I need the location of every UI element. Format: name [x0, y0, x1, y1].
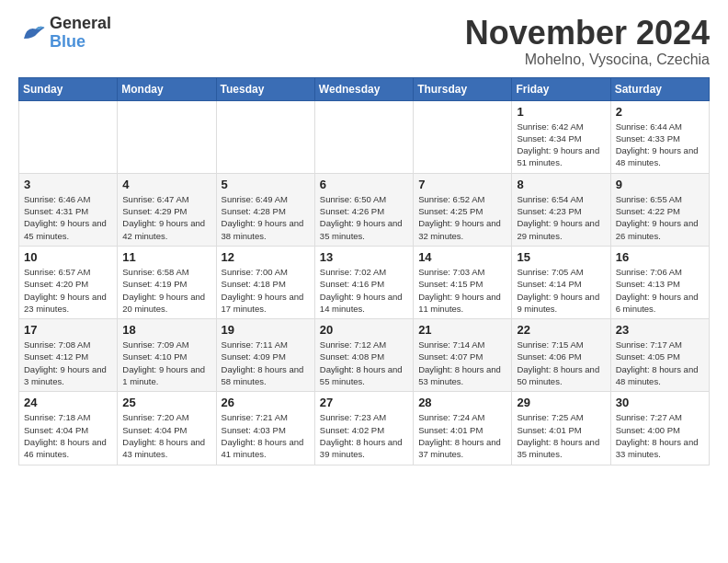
- table-row: 12Sunrise: 7:00 AM Sunset: 4:18 PM Dayli…: [216, 246, 314, 318]
- day-number: 23: [616, 323, 704, 337]
- day-number: 26: [222, 396, 310, 409]
- day-number: 9: [616, 178, 704, 191]
- col-thursday: Thursday: [414, 77, 512, 100]
- day-number: 22: [517, 323, 605, 337]
- day-info: Sunrise: 6:52 AM Sunset: 4:25 PM Dayligh…: [418, 193, 506, 242]
- day-info: Sunrise: 6:55 AM Sunset: 4:22 PM Dayligh…: [616, 193, 704, 242]
- month-title: November 2024: [465, 15, 710, 52]
- col-wednesday: Wednesday: [314, 77, 413, 100]
- day-number: 15: [517, 250, 605, 264]
- location: Mohelno, Vysocina, Czechia: [465, 52, 710, 68]
- table-row: 4Sunrise: 6:47 AM Sunset: 4:29 PM Daylig…: [118, 173, 216, 246]
- day-number: 7: [418, 178, 506, 191]
- day-number: 25: [122, 396, 210, 409]
- day-info: Sunrise: 7:02 AM Sunset: 4:16 PM Dayligh…: [320, 266, 408, 315]
- table-row: 17Sunrise: 7:08 AM Sunset: 4:12 PM Dayli…: [19, 319, 118, 392]
- logo-bird-icon: [18, 19, 46, 47]
- table-row: 11Sunrise: 6:58 AM Sunset: 4:19 PM Dayli…: [118, 246, 216, 318]
- col-saturday: Saturday: [610, 77, 709, 100]
- calendar-week-row: 24Sunrise: 7:18 AM Sunset: 4:04 PM Dayli…: [19, 392, 710, 465]
- calendar-week-row: 17Sunrise: 7:08 AM Sunset: 4:12 PM Dayli…: [19, 319, 710, 392]
- col-monday: Monday: [118, 77, 216, 100]
- table-row: [414, 100, 512, 173]
- table-row: 9Sunrise: 6:55 AM Sunset: 4:22 PM Daylig…: [610, 173, 709, 246]
- table-row: 16Sunrise: 7:06 AM Sunset: 4:13 PM Dayli…: [610, 246, 709, 318]
- table-row: 10Sunrise: 6:57 AM Sunset: 4:20 PM Dayli…: [19, 246, 118, 318]
- day-info: Sunrise: 7:11 AM Sunset: 4:09 PM Dayligh…: [222, 339, 310, 387]
- day-info: Sunrise: 6:47 AM Sunset: 4:29 PM Dayligh…: [122, 193, 210, 242]
- day-info: Sunrise: 7:18 AM Sunset: 4:04 PM Dayligh…: [24, 411, 112, 460]
- table-row: 1Sunrise: 6:42 AM Sunset: 4:34 PM Daylig…: [512, 100, 610, 173]
- table-row: 15Sunrise: 7:05 AM Sunset: 4:14 PM Dayli…: [512, 246, 610, 318]
- table-row: [216, 100, 314, 173]
- day-info: Sunrise: 7:12 AM Sunset: 4:08 PM Dayligh…: [320, 339, 408, 387]
- day-number: 17: [24, 323, 112, 337]
- table-row: 25Sunrise: 7:20 AM Sunset: 4:04 PM Dayli…: [118, 392, 216, 465]
- day-number: 20: [320, 323, 408, 337]
- day-info: Sunrise: 7:24 AM Sunset: 4:01 PM Dayligh…: [418, 411, 506, 460]
- day-info: Sunrise: 6:57 AM Sunset: 4:20 PM Dayligh…: [24, 266, 112, 315]
- calendar-week-row: 1Sunrise: 6:42 AM Sunset: 4:34 PM Daylig…: [19, 100, 710, 173]
- calendar-week-row: 10Sunrise: 6:57 AM Sunset: 4:20 PM Dayli…: [19, 246, 710, 318]
- logo-text: General Blue: [50, 15, 111, 52]
- day-info: Sunrise: 7:15 AM Sunset: 4:06 PM Dayligh…: [517, 339, 605, 387]
- table-row: 18Sunrise: 7:09 AM Sunset: 4:10 PM Dayli…: [118, 319, 216, 392]
- day-number: 6: [320, 178, 408, 191]
- table-row: 2Sunrise: 6:44 AM Sunset: 4:33 PM Daylig…: [610, 100, 709, 173]
- page: General Blue November 2024 Mohelno, Vyso…: [0, 0, 728, 563]
- day-info: Sunrise: 7:27 AM Sunset: 4:00 PM Dayligh…: [616, 411, 704, 460]
- day-number: 12: [222, 250, 310, 264]
- table-row: 13Sunrise: 7:02 AM Sunset: 4:16 PM Dayli…: [314, 246, 413, 318]
- day-number: 10: [24, 250, 112, 264]
- day-number: 13: [320, 250, 408, 264]
- table-row: [314, 100, 413, 173]
- day-number: 4: [122, 178, 210, 191]
- day-number: 16: [616, 250, 704, 264]
- table-row: 22Sunrise: 7:15 AM Sunset: 4:06 PM Dayli…: [512, 319, 610, 392]
- day-number: 14: [418, 250, 506, 264]
- calendar-header-row: Sunday Monday Tuesday Wednesday Thursday…: [19, 77, 710, 100]
- day-info: Sunrise: 6:46 AM Sunset: 4:31 PM Dayligh…: [24, 193, 112, 242]
- day-info: Sunrise: 7:25 AM Sunset: 4:01 PM Dayligh…: [517, 411, 605, 460]
- table-row: 8Sunrise: 6:54 AM Sunset: 4:23 PM Daylig…: [512, 173, 610, 246]
- day-number: 18: [122, 323, 210, 337]
- day-info: Sunrise: 7:23 AM Sunset: 4:02 PM Dayligh…: [320, 411, 408, 460]
- day-info: Sunrise: 7:05 AM Sunset: 4:14 PM Dayligh…: [517, 266, 605, 315]
- col-sunday: Sunday: [19, 77, 118, 100]
- table-row: 6Sunrise: 6:50 AM Sunset: 4:26 PM Daylig…: [314, 173, 413, 246]
- day-number: 19: [222, 323, 310, 337]
- day-number: 27: [320, 396, 408, 409]
- calendar-week-row: 3Sunrise: 6:46 AM Sunset: 4:31 PM Daylig…: [19, 173, 710, 246]
- day-number: 8: [517, 178, 605, 191]
- day-info: Sunrise: 7:00 AM Sunset: 4:18 PM Dayligh…: [222, 266, 310, 315]
- table-row: 29Sunrise: 7:25 AM Sunset: 4:01 PM Dayli…: [512, 392, 610, 465]
- day-number: 29: [517, 396, 605, 409]
- day-info: Sunrise: 7:03 AM Sunset: 4:15 PM Dayligh…: [418, 266, 506, 315]
- day-info: Sunrise: 7:21 AM Sunset: 4:03 PM Dayligh…: [222, 411, 310, 460]
- day-number: 2: [616, 105, 704, 119]
- table-row: 21Sunrise: 7:14 AM Sunset: 4:07 PM Dayli…: [414, 319, 512, 392]
- table-row: [118, 100, 216, 173]
- day-number: 3: [24, 178, 112, 191]
- day-info: Sunrise: 7:14 AM Sunset: 4:07 PM Dayligh…: [418, 339, 506, 387]
- day-number: 21: [418, 323, 506, 337]
- day-number: 11: [122, 250, 210, 264]
- day-info: Sunrise: 7:09 AM Sunset: 4:10 PM Dayligh…: [122, 339, 210, 387]
- table-row: 3Sunrise: 6:46 AM Sunset: 4:31 PM Daylig…: [19, 173, 118, 246]
- table-row: 30Sunrise: 7:27 AM Sunset: 4:00 PM Dayli…: [610, 392, 709, 465]
- day-info: Sunrise: 6:49 AM Sunset: 4:28 PM Dayligh…: [222, 193, 310, 242]
- table-row: 20Sunrise: 7:12 AM Sunset: 4:08 PM Dayli…: [314, 319, 413, 392]
- logo: General Blue: [18, 15, 111, 52]
- table-row: 24Sunrise: 7:18 AM Sunset: 4:04 PM Dayli…: [19, 392, 118, 465]
- col-friday: Friday: [512, 77, 610, 100]
- day-info: Sunrise: 7:08 AM Sunset: 4:12 PM Dayligh…: [24, 339, 112, 387]
- day-number: 30: [616, 396, 704, 409]
- day-number: 28: [418, 396, 506, 409]
- day-info: Sunrise: 6:54 AM Sunset: 4:23 PM Dayligh…: [517, 193, 605, 242]
- day-info: Sunrise: 7:06 AM Sunset: 4:13 PM Dayligh…: [616, 266, 704, 315]
- table-row: 26Sunrise: 7:21 AM Sunset: 4:03 PM Dayli…: [216, 392, 314, 465]
- col-tuesday: Tuesday: [216, 77, 314, 100]
- table-row: 14Sunrise: 7:03 AM Sunset: 4:15 PM Dayli…: [414, 246, 512, 318]
- table-row: 27Sunrise: 7:23 AM Sunset: 4:02 PM Dayli…: [314, 392, 413, 465]
- header: General Blue November 2024 Mohelno, Vyso…: [18, 15, 710, 68]
